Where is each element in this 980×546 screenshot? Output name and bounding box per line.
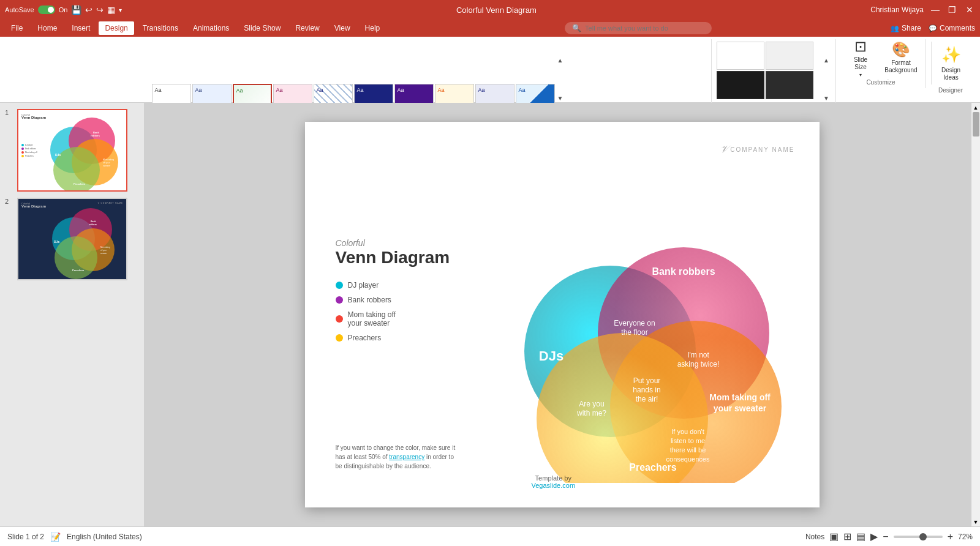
design-ideas-label: DesignIdeas: [941, 67, 960, 81]
menu-review[interactable]: Review: [289, 21, 325, 35]
autosave-knob: [48, 7, 54, 13]
venn-diagram: DJs Bank robbers Mom taking off your swe…: [501, 226, 783, 483]
menu-view[interactable]: View: [328, 21, 356, 35]
statusbar-right: Notes ▣ ⊞ ▤ ▶ − + 72%: [805, 531, 973, 542]
menu-design[interactable]: Design: [99, 21, 134, 35]
svg-text:Preachers: Preachers: [72, 269, 85, 272]
search-input[interactable]: [585, 24, 704, 32]
slides-panel: 1 Colorful Venn Diagram DJs Bank robbers…: [0, 103, 144, 526]
zoom-slider-thumb[interactable]: [919, 533, 927, 540]
comments-label: Comments: [940, 24, 975, 32]
legend-label-1: DJ player: [348, 281, 379, 290]
slide-canvas: 𝒱 COMPANY NAME Colorful Venn Diagram DJ …: [305, 122, 820, 507]
format-background-label: FormatBackground: [884, 59, 917, 74]
menu-slideshow[interactable]: Slide Show: [238, 21, 287, 35]
slide-1-thumb[interactable]: Colorful Venn Diagram DJs Bank robbers M…: [17, 109, 127, 192]
svg-text:off your: off your: [103, 162, 110, 164]
undo-icon[interactable]: ↩: [85, 5, 92, 15]
legend-label-3: Mom taking offyour sweater: [348, 310, 396, 327]
redo-icon[interactable]: ↪: [96, 5, 104, 15]
menu-animations[interactable]: Animations: [187, 21, 235, 35]
slide-size-button[interactable]: ⊡ SlideSize ▾: [841, 42, 880, 73]
svg-text:off your: off your: [100, 249, 107, 252]
legend-dot-3: [336, 315, 343, 323]
legend-label-4: Preachers: [348, 334, 382, 342]
scroll-thumb[interactable]: [973, 112, 979, 136]
notes-button[interactable]: Notes: [805, 533, 824, 541]
share-button[interactable]: 👥 Share: [891, 24, 921, 32]
venn-label-bank: Bank robbers: [652, 266, 715, 277]
slide-info: Slide 1 of 2: [7, 533, 44, 541]
scroll-up-button[interactable]: ▲: [971, 103, 981, 112]
win-minimize[interactable]: —: [930, 4, 941, 15]
venn-center-1: Put your: [633, 376, 660, 385]
venn-svg: DJs Bank robbers Mom taking off your swe…: [501, 226, 783, 483]
zoom-out-button[interactable]: −: [883, 531, 888, 542]
win-restore[interactable]: ❐: [947, 4, 958, 15]
venn-overlap-2b: asking twice!: [677, 360, 719, 368]
slide-sorter-icon[interactable]: ⊞: [843, 531, 851, 542]
slideshow-icon[interactable]: ▶: [870, 531, 878, 542]
svg-text:DJs: DJs: [55, 153, 61, 157]
notes-icon: 📝: [50, 532, 61, 542]
legend-label-2: Bank robbers: [348, 296, 391, 304]
legend-dot-4: [336, 334, 343, 342]
variant-4[interactable]: [766, 71, 813, 99]
menu-help[interactable]: Help: [359, 21, 386, 35]
menu-file[interactable]: File: [5, 21, 29, 35]
svg-text:robbers: robbers: [89, 223, 97, 226]
comments-button[interactable]: 💬 Comments: [929, 24, 975, 32]
canvas-area: 𝒱 COMPANY NAME Colorful Venn Diagram DJ …: [144, 103, 980, 526]
slide-size-label: SlideSize: [854, 56, 867, 71]
venn-overlap-4d: consequences: [666, 455, 709, 463]
normal-view-icon[interactable]: ▣: [829, 531, 839, 542]
legend-dot-1: [336, 282, 343, 289]
menubar: File Home Insert Design Transitions Anim…: [0, 20, 980, 37]
user-name: Christian Wijaya: [870, 6, 924, 14]
venn-overlap-4c: there will be: [669, 446, 706, 454]
save-icon[interactable]: 💾: [71, 5, 81, 15]
menu-insert[interactable]: Insert: [66, 21, 96, 35]
svg-text:Bank: Bank: [91, 220, 96, 223]
menu-transitions[interactable]: Transitions: [137, 21, 184, 35]
zoom-in-button[interactable]: +: [948, 531, 953, 542]
venn-overlap-3a: Are you: [579, 400, 604, 408]
design-ideas-button[interactable]: ✨ DesignIdeas: [931, 42, 970, 84]
svg-point-14: [55, 236, 97, 279]
main-area: 1 Colorful Venn Diagram DJs Bank robbers…: [0, 103, 980, 526]
share-label: Share: [902, 24, 921, 32]
footer-text: If you want to change the color, make su…: [336, 443, 458, 471]
reading-view-icon[interactable]: ▤: [856, 531, 865, 542]
win-close[interactable]: ✕: [964, 4, 975, 15]
legend-item-3: Mom taking offyour sweater: [336, 310, 396, 327]
slide-2-thumb[interactable]: Colorful Venn Diagram DJs Bank robbers M…: [17, 198, 127, 280]
svg-text:Preachers: Preachers: [74, 182, 86, 185]
variant-3[interactable]: [717, 71, 764, 99]
venn-label-mom-2: your sweater: [713, 403, 766, 413]
scroll-down-button[interactable]: ▼: [971, 517, 981, 526]
title-small: Colorful: [336, 238, 450, 248]
presentation-icon[interactable]: ▦: [107, 5, 115, 15]
legend-dot-2: [336, 296, 343, 304]
company-name: 𝒱 COMPANY NAME: [720, 144, 794, 155]
svg-text:sweater: sweater: [100, 252, 107, 255]
window-title: Colorful Venn Diagram: [456, 6, 537, 15]
language: English (United States): [67, 533, 142, 541]
customize-qa-icon[interactable]: ▾: [119, 7, 122, 13]
format-background-button[interactable]: 🎨 FormatBackground: [881, 42, 921, 73]
slide-1-item[interactable]: 1 Colorful Venn Diagram DJs Bank robbers…: [5, 109, 139, 192]
menu-home[interactable]: Home: [31, 21, 63, 35]
zoom-slider[interactable]: [894, 536, 943, 538]
variant-2[interactable]: [766, 42, 813, 70]
autosave-toggle[interactable]: [38, 6, 55, 14]
venn-overlap-1a: Everyone on: [614, 319, 655, 327]
designer-group: ✨ DesignIdeas Designer: [926, 39, 975, 96]
zoom-level[interactable]: 72%: [958, 533, 973, 541]
variant-1[interactable]: [717, 42, 764, 70]
app-name-label: AutoSave: [5, 6, 34, 13]
variants-scroll-up[interactable]: ▲: [822, 42, 831, 78]
slide-2-item[interactable]: 2 Colorful Venn Diagram DJs Bank robbers…: [5, 198, 139, 280]
themes-scroll-up[interactable]: ▲: [556, 42, 565, 78]
venn-center-3: the air!: [635, 395, 658, 403]
autosave-on-label: On: [59, 6, 68, 13]
